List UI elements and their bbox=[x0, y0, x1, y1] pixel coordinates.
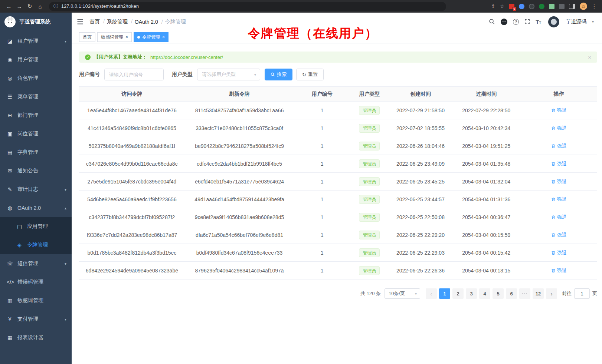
sidebar-item-user[interactable]: ◉ 用户管理 bbox=[0, 50, 72, 69]
font-size-icon[interactable]: TT bbox=[536, 19, 541, 24]
page-button[interactable]: 12 bbox=[533, 288, 544, 299]
sidebar-item-token-manage[interactable]: ◈ 令牌管理 bbox=[0, 236, 72, 254]
sidebar-item-label: 审计日志 bbox=[17, 186, 60, 193]
tab[interactable]: 首页 × bbox=[79, 32, 95, 42]
tab[interactable]: 敏感词管理 × bbox=[97, 32, 132, 42]
reset-button[interactable]: ↻ 重置 bbox=[296, 69, 324, 80]
username[interactable]: 芋道源码 bbox=[566, 19, 586, 25]
bookmark-star-icon[interactable]: ☆ bbox=[500, 3, 504, 9]
browser-url-bar[interactable]: ⓘ 127.0.0.1:1024/system/oauth2/token bbox=[49, 2, 446, 11]
cell-actions: 强退 bbox=[520, 155, 597, 173]
user-id-input[interactable] bbox=[104, 69, 164, 80]
browser-reload-icon[interactable]: ↻ bbox=[24, 1, 35, 11]
cell-refresh-token: e6cfd40eb1f54571a31e775e039c4624 bbox=[185, 173, 294, 191]
force-logout-button[interactable]: 强退 bbox=[551, 178, 567, 185]
sidebar-item-report-designer[interactable]: ▦ 报表设计器 bbox=[0, 328, 72, 347]
browser-home-icon[interactable]: ⌂ bbox=[35, 1, 45, 11]
extensions-puzzle-icon[interactable] bbox=[559, 4, 565, 9]
cell-created-time: 2022-07-29 21:58:50 bbox=[389, 102, 452, 119]
search-button[interactable]: 搜索 bbox=[265, 69, 292, 80]
tab[interactable]: 令牌管理 × bbox=[134, 32, 169, 42]
force-logout-button[interactable]: 强退 bbox=[551, 161, 567, 167]
force-logout-button[interactable]: 强退 bbox=[551, 143, 567, 149]
page-button[interactable]: 4 bbox=[479, 288, 490, 299]
force-logout-button[interactable]: 强退 bbox=[551, 107, 567, 114]
extension-icon-5[interactable] bbox=[549, 4, 554, 9]
chevron-icon: ▾ bbox=[65, 39, 66, 43]
page-button[interactable]: 5 bbox=[493, 288, 504, 299]
col-created-time: 创建时间 bbox=[389, 87, 452, 102]
trash-icon bbox=[551, 251, 556, 255]
force-logout-button[interactable]: 强退 bbox=[551, 267, 567, 274]
cell-refresh-token: 333ecfc71e02480cb11055c875c3ca0f bbox=[185, 119, 294, 137]
user-type-label: 用户类型 bbox=[172, 71, 193, 78]
breadcrumb-item[interactable]: 首页 bbox=[89, 19, 107, 25]
page-size-select[interactable]: 10条/页 ▾ bbox=[385, 288, 420, 299]
breadcrumb-item: 令牌管理 bbox=[165, 19, 186, 25]
user-type-select[interactable]: 请选择用户类型 ▾ bbox=[197, 69, 260, 80]
help-icon[interactable]: ? bbox=[513, 19, 519, 25]
force-logout-button[interactable]: 强退 bbox=[551, 196, 567, 203]
extension-icon-3[interactable] bbox=[529, 4, 534, 9]
sidebar-item-notice[interactable]: ✉ 通知公告 bbox=[0, 162, 72, 180]
alert-close-icon[interactable]: × bbox=[588, 54, 591, 60]
doc-link[interactable]: https://doc.iocoder.cn/user-center/ bbox=[150, 54, 223, 60]
sidebar-item-sms[interactable]: ☏ 短信管理 ▾ bbox=[0, 254, 72, 273]
sidebar-item-sensitive-word[interactable]: ▥ 敏感词管理 bbox=[0, 291, 72, 310]
browser-back-icon[interactable]: ← bbox=[4, 1, 14, 11]
force-logout-button[interactable]: 强退 bbox=[551, 249, 567, 256]
sidebar-item-tenant[interactable]: ◪ 租户管理 ▾ bbox=[0, 32, 72, 50]
sidebar-item-label: 租户管理 bbox=[17, 38, 60, 44]
force-logout-label: 强退 bbox=[557, 161, 567, 167]
sidebar-item-audit-log[interactable]: ✎ 审计日志 ▾ bbox=[0, 180, 72, 199]
goto-page-input[interactable] bbox=[574, 288, 590, 299]
cell-access-token: 6d842e2924594de9a09e45e087323abe bbox=[79, 262, 185, 279]
force-logout-button[interactable]: 强退 bbox=[551, 214, 567, 221]
share-icon[interactable]: ↥ bbox=[491, 3, 495, 9]
page-button[interactable]: ··· bbox=[519, 288, 530, 299]
force-logout-button[interactable]: 强退 bbox=[551, 125, 567, 132]
sidebar-item-app-manage[interactable]: ▢ 应用管理 bbox=[0, 217, 72, 236]
site-info-icon[interactable]: ⓘ bbox=[53, 3, 58, 10]
page-button[interactable]: 6 bbox=[506, 288, 517, 299]
cell-user-type: 管理员 bbox=[350, 173, 389, 191]
breadcrumb-item[interactable]: OAuth 2.0 bbox=[135, 19, 165, 25]
sidebar-item-dictionary[interactable]: ▤ 字典管理 bbox=[0, 143, 72, 162]
github-icon[interactable] bbox=[501, 19, 507, 25]
cell-refresh-token: b0df4980ffd34c67a08f9156e4eee733 bbox=[185, 244, 294, 262]
browser-forward-icon[interactable]: → bbox=[14, 1, 24, 11]
sidebar-item-post[interactable]: ▣ 岗位管理 bbox=[0, 125, 72, 143]
breadcrumb-item[interactable]: 系统管理 bbox=[107, 19, 135, 25]
sidebar-item-department[interactable]: ⊞ 部门管理 bbox=[0, 106, 72, 125]
sidebar-item-oauth2[interactable]: ◍ OAuth 2.0 ▴ bbox=[0, 199, 72, 217]
sidebar-item-role[interactable]: ◎ 角色管理 bbox=[0, 69, 72, 87]
user-type-badge: 管理员 bbox=[359, 177, 380, 186]
extension-icon-2[interactable] bbox=[519, 4, 524, 9]
fullscreen-icon[interactable] bbox=[524, 19, 530, 24]
extension-icon-4[interactable] bbox=[539, 4, 544, 9]
page-button[interactable]: 3 bbox=[466, 288, 477, 299]
sidebar-collapse-icon[interactable] bbox=[77, 19, 84, 24]
user-avatar[interactable] bbox=[548, 16, 559, 27]
department-icon: ⊞ bbox=[7, 112, 13, 118]
sidebar-item-menu[interactable]: ☰ 菜单管理 bbox=[0, 87, 72, 106]
chevron-icon: ▾ bbox=[65, 262, 66, 266]
browser-profile-avatar[interactable]: ☺ bbox=[580, 3, 587, 10]
browser-menu-kebab-icon[interactable]: ⋮ bbox=[592, 3, 597, 9]
tab-close-icon[interactable]: × bbox=[162, 35, 165, 39]
page-button[interactable]: 2 bbox=[452, 288, 464, 299]
prev-page-button[interactable]: ‹ bbox=[426, 288, 437, 299]
sidebar-item-payment[interactable]: ¥ 支付管理 ▾ bbox=[0, 310, 72, 328]
force-logout-button[interactable]: 强退 bbox=[551, 232, 567, 238]
next-page-button[interactable]: › bbox=[546, 288, 557, 299]
user-type-badge: 管理员 bbox=[359, 248, 380, 257]
page-button[interactable]: 1 bbox=[439, 288, 450, 299]
cell-access-token: f9336e7c7dd242a283ee98dc86b17a87 bbox=[79, 226, 185, 244]
col-access-token: 访问令牌 bbox=[79, 87, 185, 102]
search-icon[interactable] bbox=[489, 19, 495, 25]
tab-close-icon[interactable]: × bbox=[125, 35, 128, 39]
sidebar-item-error-code[interactable]: </> 错误码管理 bbox=[0, 273, 72, 291]
side-panel-icon[interactable] bbox=[569, 4, 575, 9]
extension-icon-1[interactable]: 6 bbox=[509, 4, 514, 9]
cell-user-id: 1 bbox=[294, 226, 350, 244]
